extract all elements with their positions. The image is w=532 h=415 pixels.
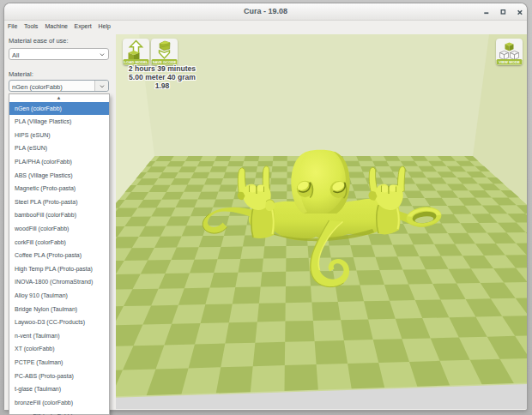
svg-text:VIEW MODE: VIEW MODE: [499, 60, 520, 64]
